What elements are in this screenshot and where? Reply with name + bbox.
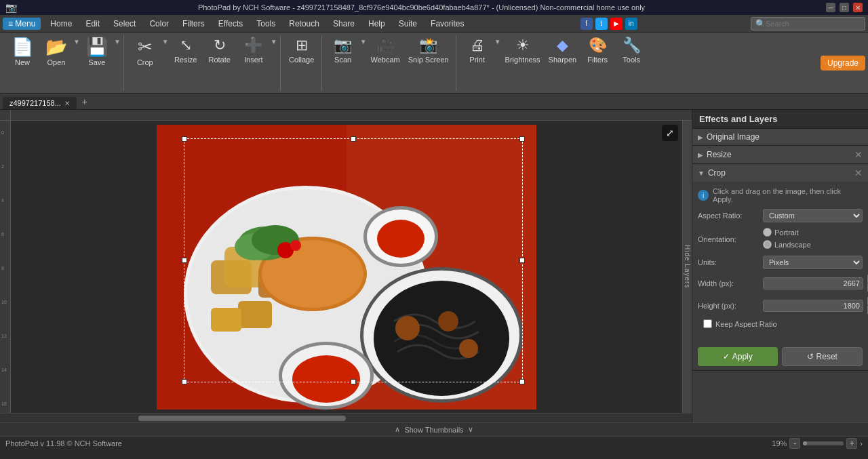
zoom-minus-button[interactable]: - xyxy=(789,438,800,449)
tab-close-button[interactable]: ✕ xyxy=(64,100,70,107)
print-button[interactable]: 🖨 Print xyxy=(460,35,494,66)
menu-suite[interactable]: Suite xyxy=(392,17,424,31)
crop-button[interactable]: ✂ Crop xyxy=(128,35,162,69)
tools-button[interactable]: 🔧 Tools xyxy=(614,35,648,66)
insert-button[interactable]: ➕ Insert xyxy=(237,35,271,66)
crop-close-button[interactable]: ✕ xyxy=(854,167,863,178)
toolbar-group-collage: ⊞ Collage xyxy=(282,35,322,91)
insert-arrow[interactable]: ▼ xyxy=(271,38,277,45)
menu-share[interactable]: Share xyxy=(326,17,361,31)
menu-select[interactable]: Select xyxy=(106,17,142,31)
aspect-ratio-label: Aspect Ratio: xyxy=(698,212,759,220)
svg-text:0: 0 xyxy=(1,130,4,135)
youtube-icon[interactable]: ▶ xyxy=(610,18,623,30)
crop-handle-bm[interactable] xyxy=(351,379,356,384)
scan-arrow[interactable]: ▼ xyxy=(360,38,367,45)
menu-filters[interactable]: Filters xyxy=(176,17,212,31)
status-text: PhotoPad v 11.98 © NCH Software xyxy=(5,439,122,447)
crop-handle-tm[interactable] xyxy=(351,136,356,142)
filters-button[interactable]: 🎨 Filters xyxy=(580,35,614,66)
resize-close-button[interactable]: ✕ xyxy=(854,149,863,160)
canvas-container[interactable]: ⤢ xyxy=(11,121,682,413)
reset-button[interactable]: ↺ Reset xyxy=(782,347,863,366)
crop-arrow[interactable]: ▼ xyxy=(162,38,169,45)
landscape-radio[interactable] xyxy=(763,240,772,249)
new-button[interactable]: 📄 New xyxy=(5,35,39,69)
crop-handle-mr[interactable] xyxy=(519,258,525,263)
crop-handle-br[interactable] xyxy=(519,379,525,384)
units-select[interactable]: Pixels Inches Centimeters xyxy=(763,256,863,269)
scan-button[interactable]: 📷 Scan xyxy=(326,35,360,66)
width-input[interactable] xyxy=(763,277,863,290)
menu-color[interactable]: Color xyxy=(142,17,176,31)
search-input[interactable] xyxy=(766,20,861,28)
rotate-button[interactable]: ↻ Rotate xyxy=(203,35,237,66)
resize-icon: ⤡ xyxy=(180,38,192,53)
hide-layers-button[interactable]: Hide Layers xyxy=(682,121,692,413)
apply-button[interactable]: ✓ Apply xyxy=(698,347,778,366)
minimize-button[interactable]: ─ xyxy=(826,3,835,12)
collage-button[interactable]: ⊞ Collage xyxy=(285,35,319,66)
menu-effects[interactable]: Effects xyxy=(212,17,250,31)
brightness-button[interactable]: ☀ Brightness xyxy=(501,35,545,66)
crop-section-header[interactable]: ▼ Crop ✕ xyxy=(692,164,868,182)
scrollbar-thumb-h[interactable] xyxy=(138,416,346,421)
main-area: 0 2 4 6 8 10 12 14 16 18 20 22 24 26 28 xyxy=(0,110,868,422)
window-title: PhotoPad by NCH Software - z499721715848… xyxy=(17,3,826,12)
add-tab-button[interactable]: + xyxy=(77,94,93,109)
menu-tools[interactable]: Tools xyxy=(250,17,282,31)
open-arrow[interactable]: ▼ xyxy=(73,38,80,69)
open-icon: 📂 xyxy=(45,38,67,56)
open-button[interactable]: 📂 Open xyxy=(39,35,73,69)
expand-button[interactable]: ⤢ xyxy=(662,125,678,141)
save-button[interactable]: 💾 Save xyxy=(80,35,114,69)
tab-active[interactable]: z4997217158... ✕ xyxy=(3,97,77,109)
facebook-icon[interactable]: f xyxy=(580,18,593,30)
search-bar: 🔍 xyxy=(751,17,865,31)
menu-retouch[interactable]: Retouch xyxy=(282,17,326,31)
print-arrow[interactable]: ▼ xyxy=(494,38,501,45)
brightness-label: Brightness xyxy=(505,56,540,64)
scroll-right-icon[interactable]: › xyxy=(860,439,863,447)
original-image-header[interactable]: ▶ Original Image xyxy=(692,129,868,145)
linkedin-icon[interactable]: in xyxy=(625,18,637,30)
crop-overlay[interactable] xyxy=(184,138,523,382)
menu-help[interactable]: Help xyxy=(361,17,392,31)
portrait-label: Portrait xyxy=(774,228,798,237)
tools-label: Tools xyxy=(623,56,640,64)
horizontal-scrollbar[interactable] xyxy=(0,413,692,422)
menu-edit[interactable]: Edit xyxy=(79,17,106,31)
aspect-ratio-select[interactable]: Custom Original 1:1 4:3 16:9 3:2 xyxy=(763,209,863,222)
maximize-button[interactable]: □ xyxy=(840,3,849,12)
twitter-icon[interactable]: t xyxy=(595,18,608,30)
snip-screen-button[interactable]: 📸 Snip Screen xyxy=(404,35,453,66)
crop-handle-ml[interactable] xyxy=(182,258,187,263)
svg-text:14: 14 xyxy=(1,367,7,372)
crop-info: i Click and drag on the image, then clic… xyxy=(698,187,863,203)
upgrade-button[interactable]: Upgrade xyxy=(821,56,865,71)
crop-handle-tr[interactable] xyxy=(519,136,525,142)
keep-aspect-checkbox[interactable] xyxy=(703,319,712,328)
open-label: Open xyxy=(47,58,66,66)
menu-favorites[interactable]: Favorites xyxy=(424,17,471,31)
menu-home[interactable]: Home xyxy=(43,17,79,31)
toolbar-group-transform: ✂ Crop ▼ ⤡ Resize ↻ Rotate ➕ Insert ▼ xyxy=(125,35,281,91)
resize-button[interactable]: ⤡ Resize xyxy=(169,35,203,66)
close-button[interactable]: ✕ xyxy=(853,3,863,12)
height-input[interactable] xyxy=(763,300,863,312)
zoom-slider[interactable] xyxy=(803,441,844,445)
sharpen-button[interactable]: ◆ Sharpen xyxy=(545,35,581,66)
height-label: Height (px): xyxy=(698,302,759,310)
crop-handle-bl[interactable] xyxy=(182,379,187,384)
canvas-scroll[interactable]: 0 2 4 6 8 10 12 14 16 ⤢ xyxy=(0,121,692,413)
menu-button[interactable]: ≡ Menu xyxy=(3,18,41,30)
crop-handle-tl[interactable] xyxy=(182,136,187,142)
thumbnails-bar[interactable]: ∧ Show Thumbnails ∨ xyxy=(0,422,868,436)
zoom-plus-button[interactable]: + xyxy=(846,438,857,449)
thumbnails-arrow-up: ∧ xyxy=(395,425,400,434)
webcam-button[interactable]: 🎥 Webcam xyxy=(367,35,404,66)
resize-header[interactable]: ▶ Resize ✕ xyxy=(692,146,868,163)
reset-icon: ↺ xyxy=(807,352,814,361)
portrait-radio[interactable] xyxy=(763,228,772,237)
save-arrow[interactable]: ▼ xyxy=(114,38,121,69)
